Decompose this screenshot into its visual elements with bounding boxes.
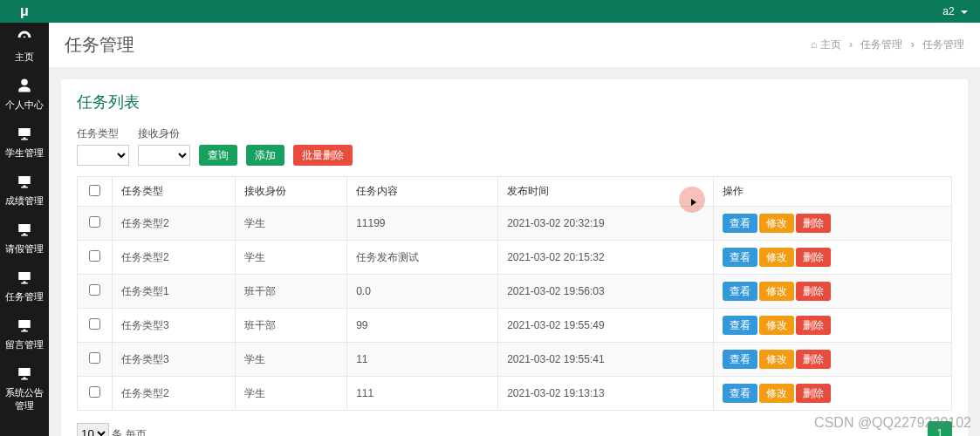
page-1[interactable]: 1	[928, 421, 952, 436]
cell-action: 查看修改删除	[713, 309, 951, 343]
page-title: 任务管理	[65, 33, 134, 57]
cell-role: 班干部	[235, 275, 346, 309]
delete-button[interactable]: 删除	[796, 282, 831, 301]
task-table: 任务类型 接收身份 任务内容 发布时间 操作 任务类型2学生111992021-…	[77, 176, 952, 411]
search-button[interactable]: 查询	[199, 145, 237, 166]
view-button[interactable]: 查看	[723, 384, 757, 403]
view-button[interactable]: 查看	[723, 248, 757, 267]
nav-item-2[interactable]: 学生管理	[0, 119, 49, 167]
nav-label: 主页	[15, 51, 34, 64]
batch-delete-button[interactable]: 批量删除	[293, 145, 353, 166]
row-checkbox[interactable]	[89, 284, 100, 296]
cell-content: 111	[347, 377, 498, 411]
filter-row: 任务类型 接收身份 查询 添加 批量删除	[77, 126, 952, 166]
content-header: 任务管理 ⌂ 主页 › 任务管理 › 任务管理	[49, 23, 980, 67]
filter-role-select[interactable]	[138, 145, 190, 166]
table-row: 任务类型3班干部992021-03-02 19:55:49查看修改删除	[78, 309, 952, 343]
cell-action: 查看修改删除	[713, 343, 951, 377]
pagination: 1	[928, 421, 952, 436]
cell-time: 2021-03-02 19:55:49	[498, 309, 713, 343]
edit-button[interactable]: 修改	[759, 316, 794, 335]
nav-item-6[interactable]: 留言管理	[0, 310, 49, 358]
per-page-select[interactable]: 10	[77, 423, 109, 436]
cell-action: 查看修改删除	[713, 275, 951, 309]
edit-button[interactable]: 修改	[759, 350, 794, 369]
cell-role: 班干部	[235, 309, 346, 343]
per-page: 10 条 每页	[77, 423, 147, 436]
nav-label: 个人中心	[5, 99, 44, 112]
filter-role-label: 接收身份	[138, 126, 190, 141]
cell-content: 11199	[347, 207, 498, 241]
breadcrumb-home[interactable]: 主页	[820, 38, 841, 51]
cell-type: 任务类型2	[113, 241, 236, 275]
monitor-icon	[17, 269, 32, 290]
monitor-icon	[17, 126, 32, 146]
cell-type: 任务类型2	[113, 207, 236, 241]
nav-item-5[interactable]: 任务管理	[0, 262, 49, 310]
table-row: 任务类型3学生112021-03-02 19:55:41查看修改删除	[78, 343, 952, 377]
nav-item-1[interactable]: 个人中心	[0, 71, 49, 119]
row-checkbox[interactable]	[89, 250, 100, 262]
col-action: 操作	[713, 177, 951, 207]
nav-label: 留言管理	[5, 338, 44, 351]
monitor-icon	[17, 365, 32, 386]
breadcrumb-last: 任务管理	[922, 38, 964, 51]
nav-label: 任务管理	[5, 290, 44, 303]
logo: μ	[0, 0, 49, 23]
delete-button[interactable]: 删除	[796, 316, 831, 335]
view-button[interactable]: 查看	[723, 282, 757, 301]
row-checkbox[interactable]	[89, 318, 100, 330]
row-checkbox[interactable]	[89, 352, 100, 364]
table-row: 任务类型2学生1112021-03-02 19:13:13查看修改删除	[78, 377, 952, 411]
nav-item-0[interactable]: 主页	[0, 23, 49, 71]
cell-time: 2021-03-02 19:13:13	[498, 377, 713, 411]
edit-button[interactable]: 修改	[759, 282, 794, 301]
cell-content: 99	[347, 309, 498, 343]
home-icon: ⌂	[811, 38, 817, 51]
col-role: 接收身份	[235, 177, 346, 207]
cell-action: 查看修改删除	[713, 241, 951, 275]
col-content: 任务内容	[347, 177, 498, 207]
cell-action: 查看修改删除	[713, 207, 951, 241]
cell-content: 任务发布测试	[347, 241, 498, 275]
table-row: 任务类型2学生111992021-03-02 20:32:19查看修改删除	[78, 207, 952, 241]
nav-label: 系统公告管理	[2, 386, 47, 412]
nav-label: 学生管理	[5, 146, 44, 160]
delete-button[interactable]: 删除	[796, 384, 831, 403]
cell-role: 学生	[235, 343, 346, 377]
cell-time: 2021-03-02 19:55:41	[498, 343, 713, 377]
delete-button[interactable]: 删除	[796, 214, 831, 233]
delete-button[interactable]: 删除	[796, 350, 831, 369]
cell-type: 任务类型2	[113, 377, 236, 411]
panel-title: 任务列表	[77, 92, 952, 112]
topbar: a2	[49, 0, 980, 23]
chevron-down-icon	[961, 10, 968, 14]
nav-item-7[interactable]: 系统公告管理	[0, 358, 49, 419]
row-checkbox[interactable]	[89, 386, 100, 398]
cell-role: 学生	[235, 207, 346, 241]
edit-button[interactable]: 修改	[759, 384, 794, 403]
add-button[interactable]: 添加	[246, 145, 284, 166]
edit-button[interactable]: 修改	[759, 248, 794, 267]
cell-time: 2021-03-02 20:32:19	[498, 207, 713, 241]
cell-type: 任务类型3	[113, 309, 236, 343]
view-button[interactable]: 查看	[723, 316, 757, 335]
delete-button[interactable]: 删除	[796, 248, 831, 267]
edit-button[interactable]: 修改	[759, 214, 794, 233]
cell-type: 任务类型1	[113, 275, 236, 309]
nav-item-4[interactable]: 请假管理	[0, 215, 49, 262]
cell-type: 任务类型3	[113, 343, 236, 377]
nav-item-3[interactable]: 成绩管理	[0, 167, 49, 215]
filter-type-label: 任务类型	[77, 126, 129, 141]
view-button[interactable]: 查看	[723, 214, 757, 233]
user-menu[interactable]: a2	[942, 5, 968, 17]
view-button[interactable]: 查看	[723, 350, 757, 369]
breadcrumb-mid[interactable]: 任务管理	[860, 38, 902, 51]
row-checkbox[interactable]	[89, 216, 100, 228]
breadcrumb: ⌂ 主页 › 任务管理 › 任务管理	[811, 37, 964, 52]
filter-type-select[interactable]	[77, 145, 129, 166]
table-row: 任务类型2学生任务发布测试2021-03-02 20:15:32查看修改删除	[78, 241, 952, 275]
monitor-icon	[17, 174, 32, 194]
select-all-checkbox[interactable]	[89, 185, 100, 196]
table-row: 任务类型1班干部0.02021-03-02 19:56:03查看修改删除	[78, 275, 952, 309]
